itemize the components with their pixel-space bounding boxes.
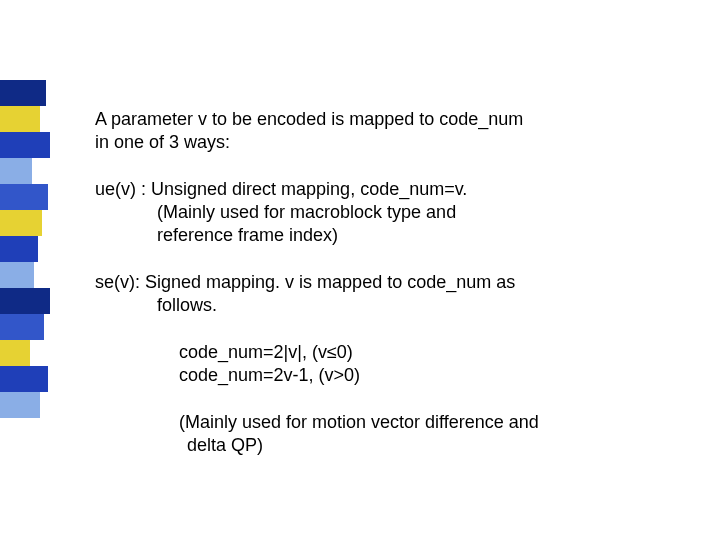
sidebar-bar (0, 158, 32, 184)
text-line: (Mainly used for macroblock type and (95, 201, 456, 224)
text-line: code_num=2|v|, (v≤0) (95, 341, 353, 364)
sidebar-bar (0, 184, 48, 210)
slide-content: A parameter v to be encoded is mapped to… (95, 108, 655, 481)
text-line: (Mainly used for motion vector differenc… (95, 411, 539, 434)
text-line: ue(v) : Unsigned direct mapping, code_nu… (95, 179, 467, 199)
note-paragraph: (Mainly used for motion vector differenc… (95, 411, 655, 457)
sidebar-bar (0, 288, 50, 314)
sidebar-bar (0, 132, 50, 158)
text-line: in one of 3 ways: (95, 132, 230, 152)
text-line: se(v): Signed mapping. v is mapped to co… (95, 272, 515, 292)
intro-paragraph: A parameter v to be encoded is mapped to… (95, 108, 655, 154)
text-line: follows. (95, 294, 217, 317)
text-line: delta QP) (95, 434, 263, 457)
ue-paragraph: ue(v) : Unsigned direct mapping, code_nu… (95, 178, 655, 247)
decorative-sidebar (0, 80, 52, 418)
sidebar-bar (0, 392, 40, 418)
sidebar-bar (0, 210, 42, 236)
text-line: A parameter v to be encoded is mapped to… (95, 109, 523, 129)
sidebar-bar (0, 106, 40, 132)
se-paragraph: se(v): Signed mapping. v is mapped to co… (95, 271, 655, 317)
sidebar-bar (0, 236, 38, 262)
text-line: code_num=2v-1, (v>0) (95, 364, 360, 387)
sidebar-bar (0, 366, 48, 392)
text-line: reference frame index) (95, 224, 338, 247)
sidebar-bar (0, 314, 44, 340)
sidebar-bar (0, 80, 46, 106)
sidebar-bar (0, 262, 34, 288)
code-num-block: code_num=2|v|, (v≤0) code_num=2v-1, (v>0… (95, 341, 655, 387)
sidebar-bar (0, 340, 30, 366)
